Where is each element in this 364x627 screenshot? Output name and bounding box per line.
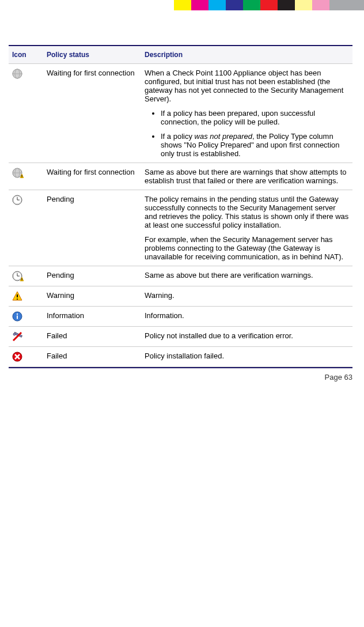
table-header-row: Icon Policy status Description — [9, 46, 352, 64]
table-row: Waiting for first connection When a Chec… — [9, 64, 352, 163]
table-row: Failed Policy installation failed. — [9, 347, 352, 367]
status-cell: Warning — [43, 286, 141, 307]
header-description: Description — [141, 46, 352, 64]
bullet-item: If a policy was not prepared, the Policy… — [161, 132, 349, 158]
svg-point-20 — [21, 280, 22, 281]
clock-warn-icon — [12, 271, 40, 281]
header-status: Policy status — [43, 46, 141, 64]
svg-point-28 — [13, 333, 16, 335]
table-row: Waiting for first connection Same as abo… — [9, 163, 352, 190]
table-row: Failed Policy not installed due to a ver… — [9, 327, 352, 347]
svg-point-23 — [17, 299, 18, 300]
description-cell: Same as above but there are warnings tha… — [141, 163, 352, 190]
table-row: Pending Same as above but there are veri… — [9, 266, 352, 286]
svg-point-25 — [17, 314, 18, 315]
tool-fail-icon — [12, 331, 40, 342]
globe-warn-icon — [12, 168, 40, 178]
status-cell: Pending — [43, 190, 141, 266]
globe-gray-icon — [12, 69, 40, 79]
cross-icon — [12, 352, 40, 362]
description-cell: Information. — [141, 307, 352, 327]
status-cell: Information — [43, 307, 141, 327]
page-number: Page 63 — [0, 373, 352, 382]
description-cell: Warning. — [141, 286, 352, 307]
description-cell: Policy not installed due to a verificati… — [141, 327, 352, 347]
table-row: Information Information. — [9, 307, 352, 327]
description-cell: When a Check Point 1100 Appliance object… — [141, 64, 352, 163]
table-row: Warning Warning. — [9, 286, 352, 307]
clock-icon — [12, 195, 40, 205]
svg-point-9 — [21, 177, 22, 177]
warning-icon — [12, 291, 40, 301]
status-cell: Failed — [43, 327, 141, 347]
policy-status-table: Icon Policy status Description Waiting f… — [9, 46, 352, 367]
svg-rect-26 — [17, 316, 18, 319]
status-cell: Failed — [43, 347, 141, 367]
status-cell: Waiting for first connection — [43, 64, 141, 163]
table-row: Pending The policy remains in the pendin… — [9, 190, 352, 266]
main-content: Icon Policy status Description Waiting f… — [9, 45, 352, 368]
description-cell: Same as above but there are verification… — [141, 266, 352, 286]
info-icon — [12, 311, 40, 322]
header-icon: Icon — [9, 46, 43, 64]
description-cell: Policy installation failed. — [141, 347, 352, 367]
status-cell: Pending — [43, 266, 141, 286]
status-cell: Waiting for first connection — [43, 163, 141, 190]
color-bar — [0, 0, 364, 10]
bullet-item: If a policy has been prepared, upon succ… — [161, 109, 349, 126]
description-cell: The policy remains in the pending status… — [141, 190, 352, 266]
